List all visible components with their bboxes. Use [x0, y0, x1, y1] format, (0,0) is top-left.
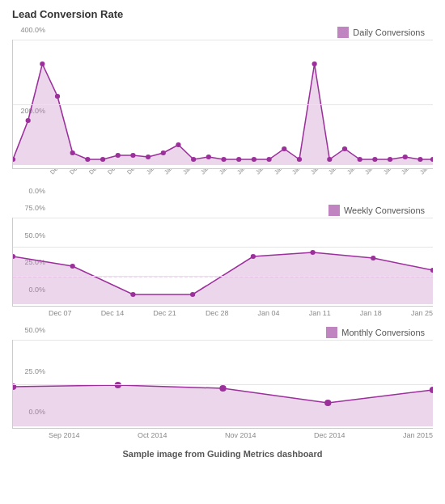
grid-line: [13, 384, 433, 385]
svg-point-23: [342, 146, 347, 151]
svg-point-37: [310, 250, 315, 255]
svg-point-10: [146, 155, 150, 159]
x-label: Jan 18: [360, 309, 382, 317]
grid-line: [13, 340, 433, 341]
svg-point-4: [55, 94, 60, 99]
svg-point-44: [324, 400, 331, 406]
grid-line: [13, 247, 433, 248]
svg-point-3: [40, 61, 44, 66]
svg-point-20: [297, 157, 302, 162]
daily-y-label-bot: 0.0%: [28, 188, 45, 195]
svg-point-38: [371, 256, 375, 260]
grid-line: [13, 104, 433, 105]
weekly-legend: Weekly Conversions: [12, 205, 433, 216]
svg-point-8: [116, 153, 121, 158]
weekly-legend-box: [328, 205, 340, 216]
x-label: Oct 2014: [138, 431, 167, 439]
svg-point-22: [327, 157, 332, 162]
monthly-chart-container: Monthly Conversions 50.0% 25.0% 0.0% Sep…: [12, 327, 433, 439]
monthly-legend: Monthly Conversions: [12, 327, 433, 338]
daily-chart-container: Daily Conversions 400.0% 200.0% 0.0%: [12, 27, 433, 195]
svg-point-33: [70, 264, 75, 269]
weekly-chart-container: Weekly Conversions 75.0% 50.0% 25.0% 0.0…: [12, 205, 433, 317]
svg-point-11: [161, 150, 166, 155]
x-label: Dec 21: [153, 309, 176, 317]
svg-point-35: [190, 292, 195, 297]
monthly-legend-label: Monthly Conversions: [341, 328, 425, 337]
daily-legend: Daily Conversions: [12, 27, 433, 38]
svg-point-36: [251, 254, 256, 259]
monthly-y-label-1: 50.0%: [24, 327, 45, 334]
svg-point-15: [221, 157, 226, 162]
svg-point-16: [236, 157, 241, 162]
svg-point-6: [85, 157, 90, 162]
weekly-chart-svg: [13, 218, 433, 307]
svg-point-5: [70, 150, 75, 155]
grid-line: [13, 218, 433, 218]
x-label: Nov 2014: [225, 431, 256, 439]
grid-line: [13, 276, 433, 277]
daily-legend-label: Daily Conversions: [353, 28, 425, 37]
x-label: Jan 04: [258, 309, 280, 317]
daily-y-label-top: 400.0%: [20, 27, 45, 34]
x-label: Dec 2014: [314, 431, 345, 439]
svg-point-12: [176, 142, 180, 147]
svg-point-9: [130, 153, 135, 158]
grid-line: [13, 40, 433, 40]
svg-point-27: [403, 155, 408, 159]
svg-point-7: [100, 157, 105, 162]
svg-point-19: [282, 146, 286, 151]
x-label: Dec 14: [101, 309, 125, 317]
x-label: Dec 07: [49, 309, 72, 317]
svg-point-18: [266, 157, 271, 162]
svg-point-25: [372, 157, 377, 162]
svg-marker-30: [13, 252, 433, 304]
daily-legend-box: [337, 27, 349, 38]
svg-point-24: [358, 157, 362, 162]
weekly-y-label-1: 75.0%: [24, 205, 45, 212]
svg-point-42: [115, 382, 121, 388]
svg-point-14: [206, 155, 211, 159]
svg-point-13: [191, 157, 196, 162]
x-label: Jan 2015: [403, 431, 433, 439]
x-label: Jan 25: [411, 309, 433, 317]
svg-point-28: [417, 157, 422, 162]
svg-point-21: [312, 61, 317, 66]
svg-point-2: [26, 118, 31, 123]
weekly-legend-label: Weekly Conversions: [344, 205, 425, 215]
svg-point-34: [130, 292, 135, 297]
footer-text: Sample image from Guiding Metrics dashbo…: [12, 449, 433, 459]
x-label: Sep 2014: [49, 431, 80, 439]
x-label: Dec 28: [206, 309, 229, 317]
svg-marker-0: [13, 64, 433, 165]
x-label: Jan 11: [309, 309, 331, 317]
svg-point-17: [252, 157, 256, 162]
page-title: Lead Conversion Rate: [12, 8, 433, 20]
monthly-legend-box: [326, 327, 337, 338]
svg-point-26: [388, 157, 392, 162]
svg-point-43: [219, 385, 226, 392]
